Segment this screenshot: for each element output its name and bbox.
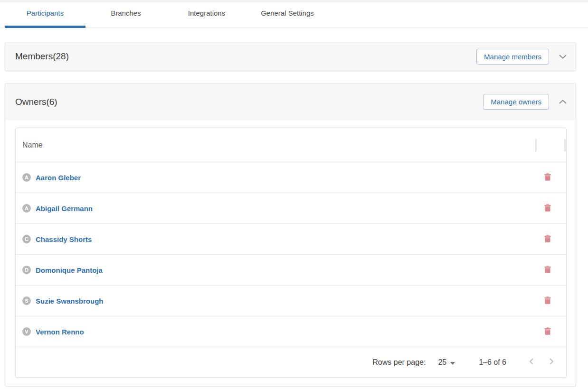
tab-general-settings[interactable]: General Settings	[247, 2, 328, 28]
avatar: A	[22, 204, 31, 213]
table-pagination: Rows per page: 25 1–6 of 6	[16, 347, 566, 377]
manage-members-button[interactable]: Manage members	[476, 49, 549, 65]
tab-bar: Participants Branches Integrations Gener…	[0, 2, 588, 28]
avatar: S	[22, 296, 31, 305]
avatar: A	[22, 173, 31, 182]
tab-branches[interactable]: Branches	[85, 2, 166, 28]
owners-table: Name A Aaron Gleber A Abigail Germann	[15, 128, 567, 378]
table-header-row: Name	[16, 128, 566, 162]
owner-name-link[interactable]: Abigail Germann	[36, 204, 93, 213]
delete-owner-button[interactable]	[543, 326, 552, 337]
column-separator	[564, 139, 566, 151]
members-section-header: Members(28) Manage members	[5, 42, 576, 71]
next-page-button[interactable]	[548, 356, 556, 368]
table-row: S Suzie Swansbrough	[16, 286, 566, 316]
chevron-up-icon	[559, 98, 567, 105]
tab-participants[interactable]: Participants	[5, 2, 85, 28]
trash-icon	[544, 204, 551, 213]
trash-icon	[544, 327, 551, 336]
delete-owner-button[interactable]	[543, 203, 552, 214]
manage-owners-button[interactable]: Manage owners	[483, 94, 549, 110]
column-separator	[535, 139, 537, 151]
table-row: D Domonique Pantoja	[16, 255, 566, 286]
delete-owner-button[interactable]	[543, 296, 552, 306]
members-section-title: Members(28)	[15, 51, 69, 62]
delete-owner-button[interactable]	[543, 265, 552, 276]
owners-section-title: Owners(6)	[15, 97, 57, 107]
members-section: Members(28) Manage members	[5, 42, 576, 71]
table-row: A Aaron Gleber	[16, 162, 566, 193]
owner-name-link[interactable]: Aaron Gleber	[36, 174, 81, 182]
chevron-down-icon	[559, 53, 567, 60]
table-body: A Aaron Gleber A Abigail Germann	[16, 162, 566, 347]
trash-icon	[544, 266, 551, 275]
owners-collapse-toggle[interactable]	[558, 97, 568, 106]
caret-down-icon	[450, 358, 455, 367]
owner-name-link[interactable]: Chassidy Shorts	[36, 235, 92, 243]
table-row: C Chassidy Shorts	[16, 224, 566, 255]
trash-icon	[544, 296, 551, 306]
members-expand-toggle[interactable]	[558, 52, 568, 61]
table-row: V Vernon Renno	[16, 316, 566, 347]
rows-per-page-select[interactable]: 25	[438, 358, 455, 367]
tab-integrations[interactable]: Integrations	[166, 2, 247, 28]
trash-icon	[544, 173, 551, 182]
delete-owner-button[interactable]	[543, 172, 552, 183]
owners-section: Owners(6) Manage owners Name A Aaron Gle…	[5, 83, 576, 387]
rows-per-page-value: 25	[438, 358, 446, 367]
avatar: C	[22, 235, 31, 243]
rows-per-page-label: Rows per page:	[372, 358, 426, 367]
delete-owner-button[interactable]	[543, 234, 552, 245]
previous-page-button[interactable]	[527, 356, 535, 368]
owner-name-link[interactable]: Vernon Renno	[36, 328, 84, 336]
owners-section-header: Owners(6) Manage owners	[5, 83, 576, 120]
trash-icon	[544, 235, 551, 244]
owner-name-link[interactable]: Domonique Pantoja	[36, 266, 103, 274]
avatar: D	[22, 266, 31, 274]
pagination-range-label: 1–6 of 6	[479, 358, 506, 367]
owner-name-link[interactable]: Suzie Swansbrough	[36, 297, 104, 305]
chevron-left-icon	[529, 358, 533, 366]
avatar: V	[22, 327, 31, 336]
table-row: A Abigail Germann	[16, 193, 566, 224]
owners-section-body: Name A Aaron Gleber A Abigail Germann	[5, 120, 576, 388]
chevron-right-icon	[550, 358, 554, 366]
column-header-name: Name	[22, 141, 43, 149]
